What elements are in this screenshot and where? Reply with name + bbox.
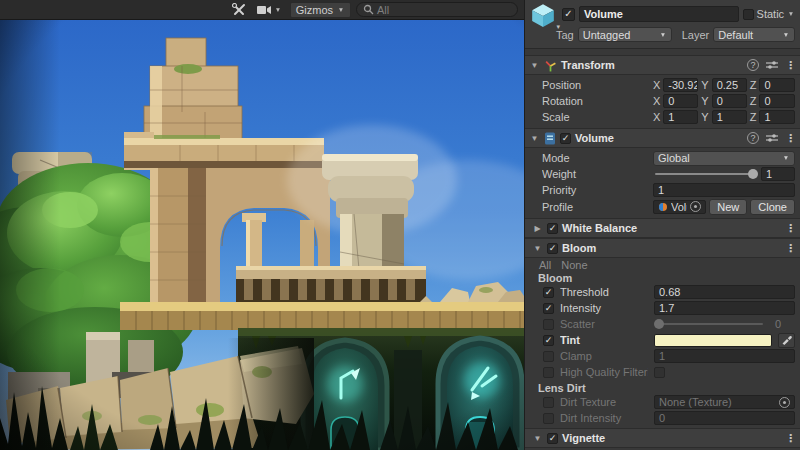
tag-dropdown[interactable]: Untagged	[578, 27, 672, 42]
presets-icon[interactable]	[766, 133, 778, 143]
dirt-texture-field[interactable]: None (Texture)	[654, 395, 795, 409]
tint-override-checkbox[interactable]	[543, 335, 554, 346]
dirt-intensity-override-checkbox[interactable]	[543, 413, 554, 424]
chevron-down-icon	[782, 154, 790, 162]
scale-y-field[interactable]: 1	[712, 110, 747, 124]
search-placeholder: All	[377, 4, 389, 16]
vignette-checkbox[interactable]	[547, 433, 558, 444]
weight-field[interactable]: 1	[761, 167, 795, 181]
intensity-override-checkbox[interactable]	[543, 303, 554, 314]
rotation-y-field[interactable]: 0	[712, 94, 747, 108]
profile-value: Volume_Gl	[671, 201, 687, 213]
clamp-field[interactable]: 1	[654, 349, 795, 363]
foldout-icon[interactable]	[532, 434, 543, 443]
threshold-label: Threshold	[560, 286, 648, 298]
volume-enabled-checkbox[interactable]	[560, 133, 571, 144]
static-dropdown-icon[interactable]	[787, 10, 795, 18]
hqf-label: High Quality Filtering	[560, 366, 648, 378]
bloom-header[interactable]: Bloom	[525, 238, 800, 258]
eyedropper-button[interactable]	[778, 333, 795, 348]
axis-y-label: Y	[701, 79, 708, 91]
mode-dropdown[interactable]: Global	[653, 151, 795, 166]
dirt-intensity-row: Dirt Intensity 0	[525, 410, 800, 426]
threshold-override-checkbox[interactable]	[543, 287, 554, 298]
chevron-down-icon	[659, 31, 667, 39]
bloom-checkbox[interactable]	[547, 243, 558, 254]
priority-row: Priority 1	[525, 182, 800, 198]
tag-value: Untagged	[583, 29, 631, 41]
transform-header[interactable]: Transform	[525, 55, 800, 75]
menu-icon[interactable]	[785, 432, 796, 445]
foldout-icon[interactable]	[532, 224, 543, 233]
scene-view[interactable]: Gizmos All	[0, 0, 524, 450]
menu-icon[interactable]	[785, 132, 796, 145]
chevron-down-icon	[337, 6, 345, 14]
intensity-field[interactable]: 1.7	[654, 301, 795, 315]
static-checkbox[interactable]	[743, 9, 754, 20]
layer-dropdown[interactable]: Default	[713, 27, 795, 42]
gameobject-name-field[interactable]: Volume	[579, 6, 739, 22]
axis-z-label: Z	[750, 95, 757, 107]
dirt-intensity-field[interactable]: 0	[654, 411, 795, 425]
volume-component-header[interactable]: Volume	[525, 128, 800, 148]
active-checkbox[interactable]	[562, 8, 575, 21]
white-balance-header[interactable]: White Balance	[525, 218, 800, 238]
axis-x-label: X	[653, 79, 660, 91]
foldout-icon[interactable]	[532, 244, 543, 253]
gameobject-icon-button[interactable]: ▾	[530, 3, 558, 33]
all-link[interactable]: All	[539, 259, 551, 271]
object-picker-icon[interactable]	[779, 397, 790, 408]
scene-canvas[interactable]	[0, 20, 524, 450]
foldout-icon[interactable]	[529, 134, 540, 143]
position-y-field[interactable]: 0.25	[712, 78, 747, 92]
foldout-icon[interactable]	[529, 61, 540, 70]
help-icon[interactable]	[747, 132, 759, 144]
threshold-field[interactable]: 0.68	[654, 285, 795, 299]
rotation-z-field[interactable]: 0	[759, 94, 795, 108]
menu-icon[interactable]	[785, 59, 796, 72]
axis-z-label: Z	[750, 111, 757, 123]
position-z-field[interactable]: 0	[759, 78, 795, 92]
dirt-texture-row: Dirt Texture None (Texture)	[525, 394, 800, 410]
dirt-texture-override-checkbox[interactable]	[543, 397, 554, 408]
tint-color-swatch[interactable]	[654, 334, 772, 347]
tools-icon[interactable]	[229, 2, 249, 17]
intensity-row: Intensity 1.7	[525, 300, 800, 316]
position-x-field[interactable]: -30.92	[663, 78, 698, 92]
none-link[interactable]: None	[561, 259, 587, 271]
menu-icon[interactable]	[785, 222, 796, 235]
gizmos-button[interactable]: Gizmos	[290, 2, 351, 18]
scatter-value: 0	[771, 318, 795, 330]
static-label: Static	[757, 8, 785, 20]
object-picker-icon[interactable]	[690, 201, 701, 212]
scene-search-input[interactable]: All	[356, 2, 518, 17]
vignette-header[interactable]: Vignette	[525, 428, 800, 448]
layer-value: Default	[718, 29, 753, 41]
bloom-group-label: Bloom	[525, 270, 800, 284]
mode-value: Global	[658, 152, 690, 164]
scale-x-field[interactable]: 1	[663, 110, 698, 124]
left-shadow	[0, 20, 60, 450]
priority-field[interactable]: 1	[653, 183, 795, 197]
camera-menu-button[interactable]	[254, 4, 285, 16]
new-button[interactable]: New	[709, 199, 747, 215]
scatter-slider[interactable]	[654, 318, 765, 330]
hqf-row: High Quality Filtering	[525, 364, 800, 380]
scatter-label: Scatter	[560, 318, 648, 330]
presets-icon[interactable]	[766, 60, 778, 70]
position-label: Position	[542, 79, 653, 91]
help-icon[interactable]	[747, 59, 759, 71]
scale-z-field[interactable]: 1	[759, 110, 795, 124]
gizmos-label: Gizmos	[296, 4, 333, 16]
profile-object-field[interactable]: Volume_Gl	[653, 200, 706, 214]
clamp-override-checkbox[interactable]	[543, 351, 554, 362]
clone-button[interactable]: Clone	[750, 199, 795, 215]
hqf-override-checkbox[interactable]	[543, 367, 554, 378]
hqf-value-checkbox[interactable]	[654, 367, 665, 378]
white-balance-checkbox[interactable]	[547, 223, 558, 234]
position-row: Position X-30.92 Y0.25 Z0	[525, 77, 800, 93]
scatter-override-checkbox[interactable]	[543, 319, 554, 330]
weight-slider[interactable]	[653, 168, 758, 180]
menu-icon[interactable]	[785, 242, 796, 255]
rotation-x-field[interactable]: 0	[663, 94, 698, 108]
